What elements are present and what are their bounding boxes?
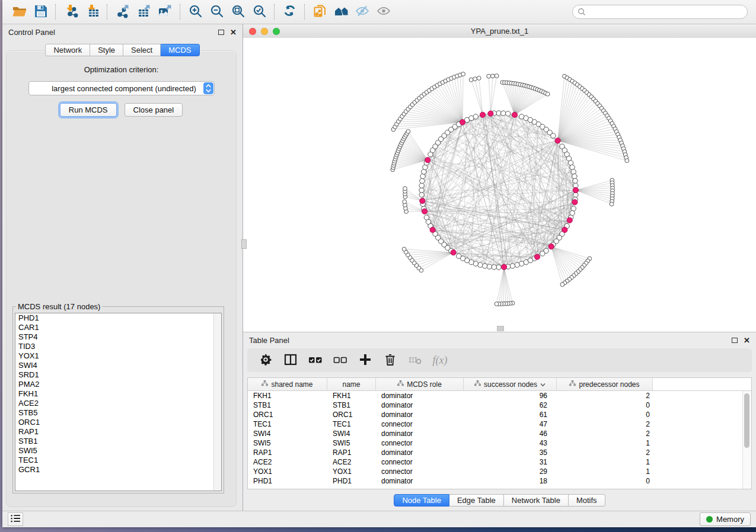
table-cell[interactable]: 47 [464, 420, 557, 428]
mcds-result-list[interactable]: PHD1CAR1STP4TID3YOX1SWI4SRD1PMA2FKH1ACE2… [15, 313, 222, 491]
import-table-button[interactable] [81, 2, 103, 22]
table-cell[interactable]: PHD1 [248, 477, 327, 485]
table-row[interactable]: YOX1YOX1connector291 [248, 467, 751, 476]
table-panel-close-button[interactable]: ✕ [744, 336, 750, 344]
run-mcds-button[interactable]: Run MCDS [60, 103, 117, 117]
mcds-result-item[interactable]: STB1 [15, 437, 221, 446]
mcds-list-scrollbar[interactable] [213, 313, 221, 491]
mcds-result-item[interactable]: CAR1 [15, 323, 221, 332]
table-cell[interactable]: ACE2 [248, 458, 327, 466]
control-panel-float-button[interactable] [218, 30, 224, 35]
split-panel-button[interactable] [282, 351, 299, 369]
network-hub-node[interactable] [562, 227, 567, 232]
hide-selected-button[interactable] [352, 2, 373, 22]
table-cell[interactable]: 2 [557, 420, 653, 428]
table-cell[interactable]: YOX1 [248, 467, 327, 476]
settings-gear-button[interactable] [257, 351, 275, 369]
table-tab-node-table[interactable]: Node Table [394, 494, 449, 507]
zoom-in-button[interactable] [184, 2, 206, 22]
network-hub-node[interactable] [488, 111, 493, 116]
mcds-result-item[interactable]: SWI5 [15, 446, 221, 456]
table-scrollbar-thumb[interactable] [744, 393, 749, 448]
table-cell[interactable]: 1 [557, 439, 653, 447]
network-hub-node[interactable] [460, 120, 465, 125]
table-row[interactable]: SWI5SWI5connector431 [248, 438, 751, 448]
import-network-button[interactable] [60, 2, 81, 22]
network-hub-node[interactable] [420, 198, 425, 204]
table-cell[interactable]: dominator [376, 401, 464, 409]
mcds-result-item[interactable]: STP4 [15, 332, 221, 342]
mcds-result-item[interactable]: PMA2 [15, 380, 221, 389]
table-cell[interactable]: PHD1 [327, 477, 376, 485]
table-cell[interactable]: FKH1 [327, 392, 376, 400]
table-cell[interactable]: connector [376, 467, 464, 476]
first-neighbors-button[interactable] [330, 2, 352, 22]
mcds-result-item[interactable]: TID3 [15, 342, 221, 351]
table-cell[interactable]: 2 [557, 448, 653, 457]
network-hub-node[interactable] [572, 200, 578, 205]
table-row[interactable]: PHD1PHD1dominator180 [248, 476, 751, 486]
table-cell[interactable]: ORC1 [327, 411, 376, 419]
tab-style[interactable]: Style [90, 44, 123, 56]
export-network-button[interactable] [111, 2, 133, 22]
table-cell[interactable]: 43 [464, 439, 557, 447]
zoom-selected-button[interactable] [248, 2, 270, 22]
table-cell[interactable]: 35 [464, 448, 557, 457]
table-cell[interactable]: 62 [464, 401, 557, 409]
network-hub-node[interactable] [430, 227, 435, 232]
mcds-result-item[interactable]: YOX1 [15, 351, 221, 361]
table-cell[interactable]: 1 [557, 467, 653, 476]
table-cell[interactable]: 61 [464, 411, 557, 419]
save-button[interactable] [30, 2, 51, 22]
mcds-result-item[interactable]: ACE2 [15, 399, 221, 408]
network-hub-node[interactable] [567, 217, 572, 223]
table-panel-float-button[interactable] [732, 338, 738, 343]
network-hub-node[interactable] [451, 250, 456, 255]
table-tab-motifs[interactable]: Motifs [569, 494, 605, 507]
mcds-result-item[interactable]: ORC1 [15, 418, 221, 427]
table-row[interactable]: FKH1FKH1dominator962 [248, 391, 751, 400]
mcds-result-item[interactable]: FKH1 [15, 389, 221, 399]
table-cell[interactable]: SWI5 [327, 439, 376, 447]
table-cell[interactable]: 0 [557, 477, 653, 485]
duplicate-network-button[interactable] [309, 2, 330, 22]
network-hub-node[interactable] [548, 244, 554, 249]
table-cell[interactable]: 2 [557, 392, 653, 400]
table-cell[interactable]: connector [376, 458, 464, 466]
mcds-result-item[interactable]: SRD1 [15, 370, 221, 380]
table-cell[interactable]: YOX1 [327, 467, 376, 476]
tab-mcds[interactable]: MCDS [161, 44, 199, 56]
network-hub-node[interactable] [555, 138, 560, 143]
export-table-button[interactable] [133, 2, 154, 22]
table-row[interactable]: RAP1RAP1dominator352 [248, 448, 751, 457]
table-cell[interactable]: dominator [376, 448, 464, 457]
table-cell[interactable]: 1 [557, 458, 653, 466]
network-hub-node[interactable] [480, 112, 485, 117]
table-tab-network-table[interactable]: Network Table [504, 494, 569, 507]
close-panel-button[interactable]: Close panel [125, 103, 183, 117]
column-header-successor-nodes[interactable]: successor nodes [464, 378, 557, 390]
table-cell[interactable]: STB1 [327, 401, 376, 409]
network-canvas[interactable] [243, 38, 756, 332]
table-cell[interactable]: dominator [376, 411, 464, 419]
mcds-result-item[interactable]: PHD1 [15, 313, 221, 323]
panel-menu-button[interactable] [8, 512, 23, 526]
table-cell[interactable]: connector [376, 420, 464, 428]
table-cell[interactable]: ORC1 [248, 411, 327, 419]
table-row[interactable]: SWI4SWI4dominator462 [248, 429, 751, 438]
tab-network[interactable]: Network [45, 44, 90, 56]
network-hub-node[interactable] [573, 187, 578, 193]
zoom-fit-button[interactable] [227, 2, 248, 22]
table-cell[interactable]: 0 [557, 401, 653, 409]
refresh-button[interactable] [279, 2, 300, 22]
open-file-button[interactable] [8, 2, 30, 22]
deselect-all-button[interactable] [331, 351, 349, 369]
memory-button[interactable]: Memory [700, 512, 751, 526]
export-image-button[interactable] [154, 2, 176, 22]
canvas-resize-grip[interactable] [497, 326, 504, 331]
table-cell[interactable]: SWI5 [248, 439, 327, 447]
network-hub-node[interactable] [502, 264, 507, 270]
mcds-result-item[interactable]: STB5 [15, 408, 221, 418]
table-row[interactable]: ORC1ORC1dominator610 [248, 410, 751, 419]
mcds-result-item[interactable]: TEC1 [15, 456, 221, 465]
